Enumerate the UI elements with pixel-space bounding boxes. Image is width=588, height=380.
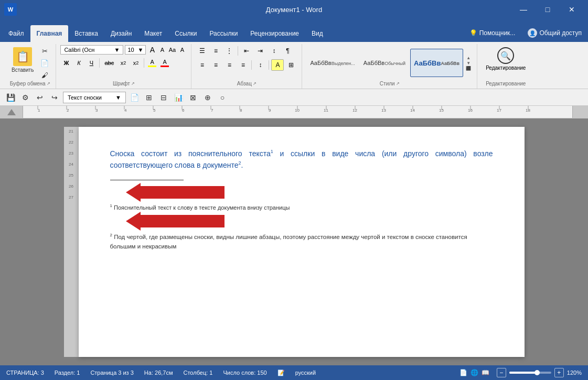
minimize-button[interactable]: — — [511, 0, 536, 19]
font-size-increase[interactable]: A — [147, 45, 157, 55]
main-text-end: . — [241, 161, 243, 169]
clipboard-expand-icon[interactable]: ↗ — [47, 81, 50, 86]
align-right-button[interactable]: ≡ — [223, 59, 236, 71]
footnote-2-text: Под чертой, где размещены сноски, видны … — [110, 234, 467, 249]
ruler: 1 2 3 4 5 6 7 8 9 10 11 12 13 1 — [0, 106, 588, 118]
increase-indent-button[interactable]: ⇥ — [254, 45, 266, 57]
undo-button[interactable]: ↩ — [34, 91, 46, 104]
zoom-slider[interactable] — [509, 372, 551, 374]
bold-button[interactable]: Ж — [60, 57, 72, 69]
clipboard-group: 📋 Вставить ✂ 📄 🖌 Буфер обмена ↗ — [4, 44, 56, 89]
paste-label: Вставить — [12, 67, 34, 73]
zoom-control: − + 120% — [497, 368, 582, 377]
font-expand-icon[interactable]: ↗ — [131, 81, 135, 86]
table-btn[interactable]: ⊞ — [143, 91, 155, 104]
tab-home[interactable]: Главная — [30, 25, 69, 42]
zoom-in-button[interactable]: + — [554, 368, 564, 377]
center-btn[interactable]: ⊕ — [201, 91, 214, 104]
align-center-button[interactable]: ≡ — [209, 59, 222, 71]
font-case-button[interactable]: Aa — [167, 45, 177, 55]
search-button[interactable]: 🔍 Редактирование — [482, 45, 530, 73]
save-button[interactable]: 💾 — [4, 91, 17, 104]
share-button[interactable]: 👤 Общий доступ — [523, 26, 586, 40]
tab-review[interactable]: Рецензирование — [244, 25, 305, 42]
multilevel-button[interactable]: ⋮ — [223, 45, 236, 57]
tab-mailings[interactable]: Рассылки — [204, 25, 244, 42]
font-size-decrease[interactable]: A — [157, 45, 167, 55]
web-layout-btn[interactable]: 🌐 — [470, 368, 479, 377]
style-item-normal[interactable]: АаБбВв Обычный — [360, 49, 409, 77]
cut-button[interactable]: ✂ — [38, 45, 51, 57]
font-color-button[interactable]: A — [159, 58, 170, 68]
paragraph-label: Абзац ↗ — [196, 81, 297, 88]
editing-label-bottom: Редактирование — [482, 81, 530, 88]
format-painter-button[interactable]: 🖌 — [38, 69, 51, 81]
font-divider — [99, 58, 100, 68]
helper-button[interactable]: 💡 Помощник... — [465, 27, 520, 39]
border-button[interactable]: ⊞ — [285, 59, 297, 71]
zoom-level[interactable]: 120% — [567, 370, 582, 376]
underline-button[interactable]: Ч — [85, 57, 97, 69]
styles-gallery-scroll[interactable]: ▲ ▼ ⬛ — [464, 56, 473, 71]
font-size-arrow: ▼ — [138, 47, 144, 53]
zoom-out-button[interactable]: − — [497, 368, 506, 377]
qt-dropdown-btn[interactable]: ⚙ — [19, 91, 31, 104]
para-divider2 — [251, 60, 252, 70]
styles-label: Стили ↗ — [306, 81, 473, 88]
close-button[interactable]: ✕ — [560, 0, 584, 19]
ruler-ticks: 1 2 3 4 5 6 7 8 9 10 11 12 13 1 — [23, 106, 572, 118]
tab-design[interactable]: Дизайн — [104, 25, 138, 42]
show-marks-button[interactable]: ¶ — [281, 45, 294, 57]
tab-references[interactable]: Ссылки — [168, 25, 203, 42]
align-left-button[interactable]: ≡ — [196, 59, 208, 71]
special-btn[interactable]: ○ — [216, 91, 229, 104]
print-layout-btn[interactable]: 📄 — [459, 368, 468, 377]
font-name-dropdown[interactable]: Calibri (Осн ▼ — [60, 45, 123, 55]
insert-chart-btn[interactable]: 📊 — [172, 91, 185, 104]
paste-button[interactable]: 📋 Вставить — [8, 45, 37, 75]
paragraph-expand-icon[interactable]: ↗ — [253, 81, 256, 86]
document-page[interactable]: Сноска состоит из пояснительного текста1… — [79, 127, 525, 357]
justify-button[interactable]: ≡ — [237, 59, 249, 71]
document-container[interactable]: 21 22 23 24 25 26 27 Сноска состоит из п… — [0, 118, 588, 365]
tab-layout[interactable]: Макет — [138, 25, 168, 42]
shading-button[interactable]: A — [271, 59, 284, 71]
strikethrough-button[interactable]: abc — [102, 57, 116, 69]
maximize-button[interactable]: □ — [536, 0, 560, 19]
tab-file[interactable]: Файл — [2, 25, 30, 42]
redo-button[interactable]: ↪ — [48, 91, 61, 104]
style-item-highlighted[interactable]: АаБбВв Выделен... — [306, 49, 358, 77]
svg-text:6: 6 — [182, 108, 185, 113]
page-layout-btn[interactable]: 📄 — [128, 91, 141, 104]
copy-button[interactable]: 📄 — [38, 57, 51, 69]
tab-view[interactable]: Вид — [305, 25, 329, 42]
italic-button[interactable]: К — [73, 57, 84, 69]
font-size-dropdown[interactable]: 10 ▼ — [125, 45, 146, 55]
decrease-indent-button[interactable]: ⇤ — [240, 45, 253, 57]
paragraph-content: ☰ ≡ ⋮ ⇤ ⇥ ↕ ¶ ≡ ≡ ≡ ≡ ↕ A ⊞ — [196, 45, 297, 81]
font-label: Шрифт ↗ — [60, 81, 187, 88]
dropdown-arrow: ▼ — [115, 94, 121, 101]
paste-icon: 📋 — [13, 47, 32, 66]
bullets-button[interactable]: ☰ — [196, 45, 208, 57]
highlight-color-button[interactable]: A — [146, 58, 158, 68]
status-word-count[interactable]: Число слов: 150 — [223, 370, 266, 376]
status-language[interactable]: русский — [295, 370, 316, 376]
font-format-row: Ж К Ч abc x2 x2 A A — [60, 57, 170, 69]
numbering-button[interactable]: ≡ — [209, 45, 222, 57]
svg-text:2: 2 — [67, 108, 69, 113]
tab-insert[interactable]: Вставка — [68, 25, 104, 42]
footnote-dropdown[interactable]: Текст сноски ▼ — [63, 92, 126, 103]
clear-format-button[interactable]: A — [177, 45, 187, 55]
highlight-bar — [148, 66, 156, 67]
sort-button[interactable]: ↕ — [268, 45, 280, 57]
superscript-button[interactable]: x2 — [130, 57, 142, 69]
styles-expand-icon[interactable]: ↗ — [396, 81, 400, 86]
read-mode-btn[interactable]: 📖 — [481, 368, 490, 377]
status-page[interactable]: СТРАНИЦА: 3 — [6, 370, 44, 376]
border-tb-btn[interactable]: ⊠ — [187, 91, 199, 104]
style-item-heading[interactable]: АаБбВв АаБбВв — [410, 49, 463, 77]
insert-table-btn[interactable]: ⊟ — [157, 91, 170, 104]
line-spacing-button[interactable]: ↕ — [254, 59, 266, 71]
subscript-button[interactable]: x2 — [117, 57, 129, 69]
